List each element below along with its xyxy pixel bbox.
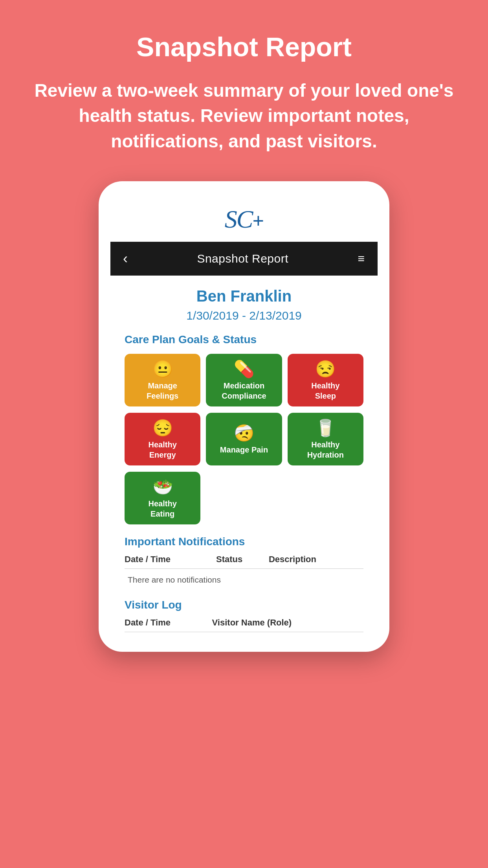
logo-sc: SC [225,205,253,233]
goal-manage-feelings[interactable]: 😐 ManageFeelings [125,354,200,406]
app-logo: SC+ [110,193,378,242]
visitor-log-section: Visitor Log Date / Time Visitor Name (Ro… [125,599,363,632]
goal-manage-pain[interactable]: 🤕 Manage Pain [206,413,282,465]
menu-button[interactable]: ≡ [358,254,365,263]
goal-healthy-hydration[interactable]: 🥛 HealthyHydration [288,413,363,465]
patient-name: Ben Franklin [125,287,363,305]
goal-medication-compliance[interactable]: 💊 MedicationCompliance [206,354,282,406]
app-content: Ben Franklin 1/30/2019 - 2/13/2019 Care … [110,276,378,640]
notif-empty-row: There are no notifications [125,569,363,591]
manage-pain-emoji: 🤕 [234,425,254,441]
notifications-section: Important Notifications Date / Time Stat… [125,535,363,591]
back-button[interactable]: ‹ [123,250,128,267]
healthy-eating-label: HealthyEating [149,498,177,519]
navbar-title: Snapshot Report [197,252,288,265]
date-range: 1/30/2019 - 2/13/2019 [125,309,363,322]
visitor-log-table: Date / Time Visitor Name (Role) [125,618,363,632]
goal-healthy-sleep[interactable]: 😒 HealthySleep [288,354,363,406]
page-title: Snapshot Report [136,31,352,62]
healthy-sleep-emoji: 😒 [315,361,336,377]
manage-pain-label: Manage Pain [220,445,268,455]
care-plan-title: Care Plan Goals & Status [125,333,363,346]
healthy-sleep-label: HealthySleep [311,381,339,401]
goals-grid-row3: 🥗 HealthyEating [125,472,363,524]
manage-feelings-label: ManageFeelings [147,381,178,401]
visitor-col-name: Visitor Name (Role) [212,618,363,632]
healthy-energy-emoji: 😔 [152,420,173,436]
visitor-col-datetime: Date / Time [125,618,212,632]
notif-col-description: Description [269,554,363,569]
notifications-table: Date / Time Status Description There are… [125,554,363,591]
healthy-eating-emoji: 🥗 [152,479,173,495]
logo-plus: + [253,210,264,232]
phone-frame: SC+ ‹ Snapshot Report ≡ Ben Franklin 1/3… [99,181,389,652]
app-navbar: ‹ Snapshot Report ≡ [110,242,378,276]
goals-grid-row2: 😔 HealthyEnergy 🤕 Manage Pain 🥛 HealthyH… [125,413,363,465]
goal-healthy-eating[interactable]: 🥗 HealthyEating [125,472,200,524]
notif-empty-message: There are no notifications [125,569,363,591]
healthy-energy-label: HealthyEnergy [149,440,177,460]
medication-compliance-emoji: 💊 [234,361,254,377]
healthy-hydration-label: HealthyHydration [307,440,344,460]
visitor-log-title: Visitor Log [125,599,363,611]
medication-compliance-label: MedicationCompliance [222,381,266,401]
goals-grid-row1: 😐 ManageFeelings 💊 MedicationCompliance … [125,354,363,406]
notifications-title: Important Notifications [125,535,363,548]
notif-col-status: Status [216,554,269,569]
page-subtitle: Review a two-week summary of your loved … [16,78,472,154]
healthy-hydration-emoji: 🥛 [315,420,336,436]
notif-col-datetime: Date / Time [125,554,216,569]
manage-feelings-emoji: 😐 [152,361,173,377]
goal-healthy-energy[interactable]: 😔 HealthyEnergy [125,413,200,465]
